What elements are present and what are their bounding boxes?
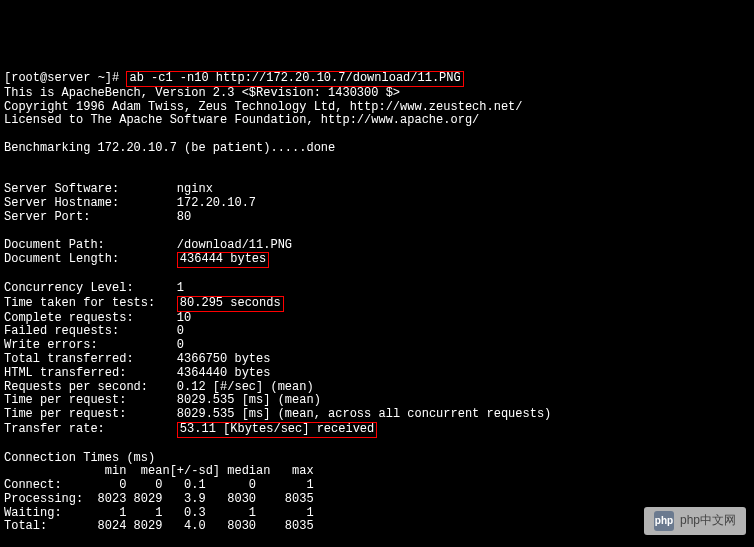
tpr1-label: Time per request: xyxy=(4,393,126,407)
conn-times-columns: min mean[+/-sd] median max xyxy=(4,464,314,478)
php-logo-icon: php xyxy=(654,511,674,531)
rps-value: 0.12 [#/sec] (mean) xyxy=(177,380,314,394)
write-errors-row: Write errors: 0 xyxy=(4,338,184,352)
server-hostname-label: Server Hostname: xyxy=(4,196,119,210)
watermark-text: php中文网 xyxy=(680,514,736,528)
total-transferred-value: 4366750 bytes xyxy=(177,352,271,366)
tpr2-row: Time per request: 8029.535 [ms] (mean, a… xyxy=(4,407,551,421)
conn-waiting-row: Waiting: 1 1 0.3 1 1 xyxy=(4,506,314,520)
doc-path-label: Document Path: xyxy=(4,238,105,252)
rps-label: Requests per second: xyxy=(4,380,148,394)
write-errors-label: Write errors: xyxy=(4,338,98,352)
doc-path-value: /download/11.PNG xyxy=(177,238,292,252)
concurrency-row: Concurrency Level: 1 xyxy=(4,281,184,295)
watermark-logo-text: php xyxy=(655,515,673,527)
doc-length-highlight: 436444 bytes xyxy=(177,252,269,268)
concurrency-value: 1 xyxy=(177,281,184,295)
command-highlight: ab -c1 -n10 http://172.20.10.7/download/… xyxy=(126,71,463,87)
prompt-user: root@server xyxy=(11,71,90,85)
transfer-value: 53.11 [Kbytes/sec] received xyxy=(180,422,374,436)
server-software-value: nginx xyxy=(177,182,213,196)
prompt-path: ~ xyxy=(98,71,105,85)
tpr2-label: Time per request: xyxy=(4,407,126,421)
html-transferred-label: HTML transferred: xyxy=(4,366,126,380)
server-port-label: Server Port: xyxy=(4,210,90,224)
ab-version-line: This is ApacheBench, Version 2.3 <$Revis… xyxy=(4,86,400,100)
benchmarking-line: Benchmarking 172.20.10.7 (be patient)...… xyxy=(4,141,335,155)
doc-length-value: 436444 bytes xyxy=(180,252,266,266)
server-software-label: Server Software: xyxy=(4,182,119,196)
tpr1-row: Time per request: 8029.535 [ms] (mean) xyxy=(4,393,321,407)
conn-processing-row: Processing: 8023 8029 3.9 8030 8035 xyxy=(4,492,314,506)
conn-total-row: Total: 8024 8029 4.0 8030 8035 xyxy=(4,519,314,533)
concurrency-label: Concurrency Level: xyxy=(4,281,134,295)
write-errors-value: 0 xyxy=(177,338,184,352)
watermark-badge: php php中文网 xyxy=(644,507,746,535)
ab-license-line: Licensed to The Apache Software Foundati… xyxy=(4,113,479,127)
server-hostname-value: 172.20.10.7 xyxy=(177,196,256,210)
complete-value: 10 xyxy=(177,311,191,325)
complete-label: Complete requests: xyxy=(4,311,134,325)
server-software-row: Server Software: nginx xyxy=(4,182,213,196)
server-port-row: Server Port: 80 xyxy=(4,210,191,224)
transfer-label: Transfer rate: xyxy=(4,422,105,436)
conn-connect-row: Connect: 0 0 0.1 0 1 xyxy=(4,478,314,492)
html-transferred-value: 4364440 bytes xyxy=(177,366,271,380)
doc-length-row: Document Length: 436444 bytes xyxy=(4,252,269,266)
tpr1-value: 8029.535 [ms] (mean) xyxy=(177,393,321,407)
terminal-output: [root@server ~]# ab -c1 -n10 http://172.… xyxy=(0,55,754,547)
conn-times-header: Connection Times (ms) xyxy=(4,451,155,465)
ab-copyright-line: Copyright 1996 Adam Twiss, Zeus Technolo… xyxy=(4,100,522,114)
transfer-rate-row: Transfer rate: 53.11 [Kbytes/sec] receiv… xyxy=(4,422,377,436)
time-taken-value: 80.295 seconds xyxy=(180,296,281,310)
doc-length-label: Document Length: xyxy=(4,252,119,266)
time-taken-label: Time taken for tests: xyxy=(4,296,155,310)
server-hostname-row: Server Hostname: 172.20.10.7 xyxy=(4,196,256,210)
failed-label: Failed requests: xyxy=(4,324,119,338)
doc-path-row: Document Path: /download/11.PNG xyxy=(4,238,292,252)
transfer-highlight: 53.11 [Kbytes/sec] received xyxy=(177,422,377,438)
time-taken-highlight: 80.295 seconds xyxy=(177,296,284,312)
command-text: ab -c1 -n10 http://172.20.10.7/download/… xyxy=(129,71,460,85)
prompt-suffix: ]# xyxy=(105,71,119,85)
complete-row: Complete requests: 10 xyxy=(4,311,191,325)
prompt-line[interactable]: [root@server ~]# ab -c1 -n10 http://172.… xyxy=(4,71,464,85)
time-taken-row: Time taken for tests: 80.295 seconds xyxy=(4,296,284,310)
rps-row: Requests per second: 0.12 [#/sec] (mean) xyxy=(4,380,314,394)
html-transferred-row: HTML transferred: 4364440 bytes xyxy=(4,366,270,380)
failed-row: Failed requests: 0 xyxy=(4,324,184,338)
total-transferred-label: Total transferred: xyxy=(4,352,134,366)
total-transferred-row: Total transferred: 4366750 bytes xyxy=(4,352,270,366)
failed-value: 0 xyxy=(177,324,184,338)
server-port-value: 80 xyxy=(177,210,191,224)
tpr2-value: 8029.535 [ms] (mean, across all concurre… xyxy=(177,407,551,421)
